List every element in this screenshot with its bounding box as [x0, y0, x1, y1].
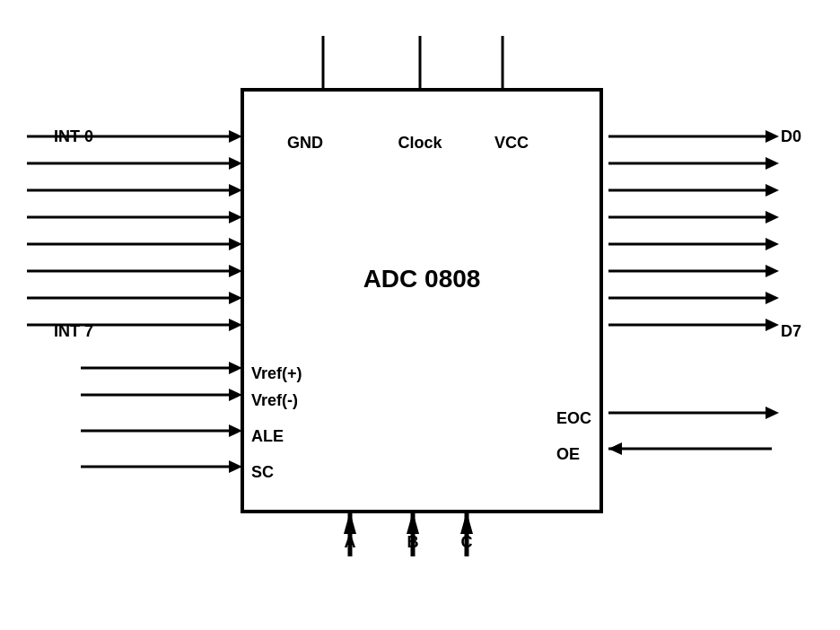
chip-body: [242, 90, 601, 512]
b-arrow: [407, 512, 419, 534]
svg-marker-9: [229, 157, 242, 170]
svg-marker-13: [229, 211, 242, 223]
svg-marker-25: [229, 389, 242, 401]
svg-marker-45: [766, 319, 779, 331]
svg-marker-23: [229, 362, 242, 374]
svg-marker-39: [766, 238, 779, 250]
svg-marker-27: [229, 424, 242, 437]
b-label: B: [407, 533, 419, 551]
svg-marker-49: [608, 442, 622, 455]
svg-marker-11: [229, 184, 242, 197]
svg-marker-15: [229, 238, 242, 250]
chip-label: ADC 0808: [363, 265, 481, 293]
c-label: C: [461, 533, 473, 551]
svg-marker-33: [766, 157, 779, 170]
svg-marker-35: [766, 184, 779, 197]
clock-label: Clock: [398, 134, 442, 152]
svg-marker-19: [229, 292, 242, 304]
adc-diagram: ADC 0808 GND Clock VCC A B C INT 0: [0, 0, 840, 630]
vrefm-label: Vref(-): [251, 391, 298, 409]
vrefp-label: Vref(+): [251, 364, 302, 382]
a-arrow: [344, 512, 356, 534]
gnd-label: GND: [287, 134, 323, 152]
svg-marker-47: [766, 407, 779, 419]
svg-marker-41: [766, 265, 779, 277]
d7-label: D7: [781, 322, 801, 340]
svg-marker-37: [766, 211, 779, 223]
eoc-label: EOC: [556, 409, 591, 427]
a-label: A: [345, 533, 356, 551]
svg-marker-17: [229, 265, 242, 277]
ale-label: ALE: [251, 427, 284, 445]
svg-marker-29: [229, 460, 242, 473]
d0-label: D0: [781, 127, 801, 145]
svg-marker-21: [229, 319, 242, 331]
int7-label: INT 7: [54, 322, 93, 340]
vcc-label: VCC: [494, 134, 529, 152]
oe-label: OE: [556, 445, 580, 463]
svg-marker-43: [766, 292, 779, 304]
svg-marker-31: [766, 130, 779, 143]
svg-marker-7: [229, 130, 242, 143]
c-arrow: [460, 512, 473, 534]
sc-label: SC: [251, 463, 274, 481]
